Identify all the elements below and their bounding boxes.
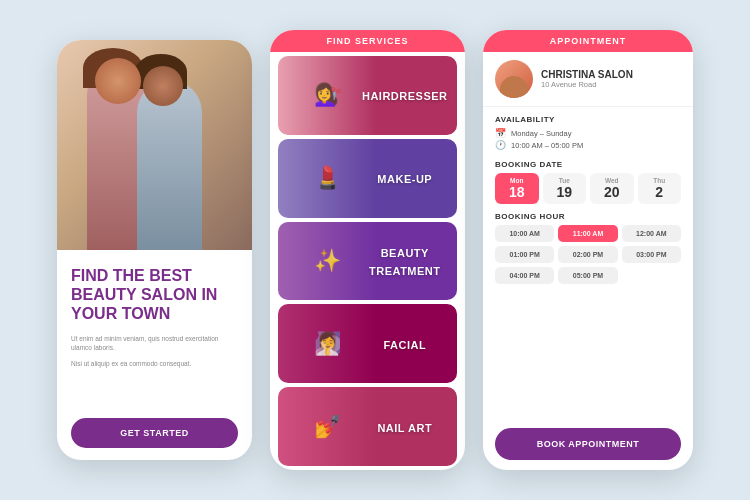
status-bar-2: FIND SERVICES — [270, 30, 465, 52]
avail-days-text: Monday – Sunday — [511, 129, 571, 138]
day-name-thu: Thu — [640, 177, 680, 184]
hairdresser-label: HAIRDRESSER — [362, 90, 448, 102]
beauty-label: BEAUTY TREATMENT — [369, 247, 441, 277]
hour-4pm[interactable]: 04:00 PM — [495, 267, 554, 284]
service-makeup[interactable]: 💄 MAKE-UP — [278, 139, 457, 218]
avail-days-row: 📅 Monday – Sunday — [495, 128, 681, 138]
availability-title: AVAILABILITY — [495, 115, 681, 124]
calendar-icon: 📅 — [495, 128, 506, 138]
hour-12am[interactable]: 12:00 AM — [622, 225, 681, 242]
avail-hours-row: 🕐 10:00 AM – 05:00 PM — [495, 140, 681, 150]
nailart-label: NAIL ART — [377, 422, 432, 434]
calendar-row: Mon 18 Tue 19 Wed 20 Thu 2 — [495, 173, 681, 204]
services-list: 💇‍♀️ HAIRDRESSER 💄 MAKE-UP ✨ BEAUTY TREA… — [270, 52, 465, 470]
hour-2pm[interactable]: 02:00 PM — [558, 246, 617, 263]
day-num-wed: 20 — [592, 184, 632, 200]
facial-label: FACIAL — [383, 339, 426, 351]
service-facial[interactable]: 🧖‍♀️ FACIAL — [278, 304, 457, 383]
welcome-title: FIND THE BEST BEAUTY SALON IN YOUR TOWN — [71, 266, 238, 324]
booking-date-section: BOOKING DATE Mon 18 Tue 19 Wed 20 Thu 2 — [495, 160, 681, 204]
day-name-mon: Mon — [497, 177, 537, 184]
hour-3pm[interactable]: 03:00 PM — [622, 246, 681, 263]
phone-appointment: APPOINTMENT CHRISTINA SALON 10 Avenue Ro… — [483, 30, 693, 470]
avatar-body — [500, 76, 528, 98]
status-bar-3: APPOINTMENT — [483, 30, 693, 52]
phone-services: FIND SERVICES 💇‍♀️ HAIRDRESSER 💄 MAKE-UP… — [270, 30, 465, 470]
hero-image — [57, 40, 252, 250]
phone-welcome: FIND THE BEST BEAUTY SALON IN YOUR TOWN … — [57, 40, 252, 460]
clock-icon: 🕐 — [495, 140, 506, 150]
salon-address: 10 Avenue Road — [541, 80, 633, 89]
cal-day-wed[interactable]: Wed 20 — [590, 173, 634, 204]
get-started-button[interactable]: GET STARTED — [71, 418, 238, 448]
services-screen-title: FIND SERVICES — [327, 36, 409, 46]
hours-grid: 10:00 AM 11:00 AM 12:00 AM 01:00 PM 02:0… — [495, 225, 681, 284]
booking-hour-section: BOOKING HOUR 10:00 AM 11:00 AM 12:00 AM … — [495, 212, 681, 284]
salon-avatar — [495, 60, 533, 98]
subtitle-1: Ut enim ad minim veniam, quis nostrud ex… — [71, 334, 238, 354]
hour-5pm[interactable]: 05:00 PM — [558, 267, 617, 284]
hour-10am[interactable]: 10:00 AM — [495, 225, 554, 242]
cal-day-mon[interactable]: Mon 18 — [495, 173, 539, 204]
booking-hour-title: BOOKING HOUR — [495, 212, 681, 221]
makeup-label: MAKE-UP — [377, 173, 432, 185]
service-beauty-treatment[interactable]: ✨ BEAUTY TREATMENT — [278, 222, 457, 301]
day-num-tue: 19 — [545, 184, 585, 200]
booking-date-title: BOOKING DATE — [495, 160, 681, 169]
cal-day-tue[interactable]: Tue 19 — [543, 173, 587, 204]
salon-info: CHRISTINA SALON 10 Avenue Road — [541, 69, 633, 89]
day-name-tue: Tue — [545, 177, 585, 184]
service-nail-art[interactable]: 💅 NAIL ART — [278, 387, 457, 466]
salon-header: CHRISTINA SALON 10 Avenue Road — [483, 52, 693, 107]
avail-hours-text: 10:00 AM – 05:00 PM — [511, 141, 583, 150]
hour-11am[interactable]: 11:00 AM — [558, 225, 617, 242]
availability-section: AVAILABILITY 📅 Monday – Sunday 🕐 10:00 A… — [495, 115, 681, 152]
cal-day-thu[interactable]: Thu 2 — [638, 173, 682, 204]
appointment-screen-title: APPOINTMENT — [550, 36, 627, 46]
service-hairdresser[interactable]: 💇‍♀️ HAIRDRESSER — [278, 56, 457, 135]
hour-1pm[interactable]: 01:00 PM — [495, 246, 554, 263]
book-appointment-button[interactable]: BOOK APPOINTMENT — [495, 428, 681, 460]
appointment-body: AVAILABILITY 📅 Monday – Sunday 🕐 10:00 A… — [483, 107, 693, 428]
salon-name: CHRISTINA SALON — [541, 69, 633, 80]
day-num-thu: 2 — [640, 184, 680, 200]
day-name-wed: Wed — [592, 177, 632, 184]
day-num-mon: 18 — [497, 184, 537, 200]
avatar-person-1 — [95, 58, 141, 104]
avatar-person-2 — [143, 66, 183, 106]
subtitle-2: Nisi ut aliquip ex ea commodo consequat. — [71, 359, 238, 369]
